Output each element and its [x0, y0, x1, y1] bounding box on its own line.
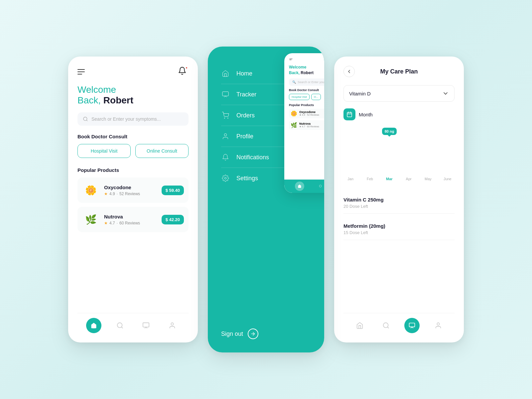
welcome-line1: Welcome — [77, 84, 189, 95]
svg-point-19 — [437, 323, 439, 325]
profile-menu-icon — [221, 132, 230, 141]
medication-item-2: Metformin (20mg) 15 Dose Left — [343, 218, 455, 240]
svg-rect-2 — [143, 323, 149, 327]
welcome-line2: Back, Robert — [77, 95, 189, 106]
search-bar[interactable]: Search or Enter your symptoms... — [77, 112, 189, 126]
home-menu-label: Home — [236, 70, 252, 77]
nested-consult-buttons: Hospital Visit O... — [289, 94, 324, 100]
chart-bar-feb — [363, 159, 377, 174]
vitamin-label: Vitamin D — [349, 91, 371, 96]
vitamin-dropdown[interactable]: Vitamin D — [343, 85, 455, 102]
month-selector: Month — [343, 108, 455, 120]
calendar-icon — [346, 111, 352, 117]
tracker-menu-label: Tracker — [236, 91, 256, 98]
svg-point-17 — [383, 323, 388, 328]
bell-icon[interactable] — [178, 66, 189, 77]
sign-out-label: Sign out — [221, 331, 243, 337]
nested-search-icon — [319, 185, 322, 188]
home-nav-right-icon — [356, 322, 363, 329]
svg-rect-13 — [347, 112, 352, 117]
hamburger-nested-icon — [289, 58, 293, 62]
popular-products-title: Popular Products — [77, 167, 189, 173]
arrow-right-icon — [250, 331, 256, 336]
left-bottom-nav — [77, 313, 189, 336]
chart-label-mar: Mar — [382, 177, 396, 181]
right-nav-tracker-button[interactable] — [404, 318, 420, 333]
care-plan-title: My Care Plan — [360, 68, 438, 75]
home-icon — [90, 322, 97, 329]
price-badge: $ 59.40 — [162, 186, 184, 195]
right-phone-card: My Care Plan Vitamin D Month — [334, 57, 464, 342]
search-nav-icon — [116, 322, 124, 329]
calendar-button[interactable] — [343, 108, 355, 120]
nav-search-button[interactable] — [112, 318, 128, 333]
chart-label-jan: Jan — [343, 177, 357, 181]
tracker-nav-icon — [142, 322, 150, 329]
svg-point-6 — [319, 185, 322, 187]
product-info: Nutrova ★ 4.7 · 60 Reviews — [104, 214, 157, 225]
search-icon — [83, 116, 88, 122]
star-icon: ★ — [104, 192, 108, 196]
notifications-menu-label: Notifications — [236, 154, 269, 161]
product-card[interactable]: 🌿 Nutrova ★ 4.7 · 60 Reviews $ 42.20 — [77, 207, 189, 232]
screens-container: Welcome Back, Robert Search or Enter you… — [33, 47, 499, 352]
price-badge: $ 42.20 — [162, 215, 184, 224]
medication-dose: 15 Dose Left — [343, 230, 455, 235]
notification-dot — [185, 66, 188, 69]
svg-point-3 — [171, 323, 173, 325]
sign-out-area[interactable]: Sign out — [208, 322, 324, 352]
nav-profile-button[interactable] — [165, 318, 180, 333]
product-info: Oxycodone ★ 4.9 · 52 Reviews — [104, 185, 157, 196]
chart-label-feb: Feb — [363, 177, 377, 181]
consult-buttons: Hospital Visit Online Consult — [77, 144, 189, 158]
back-button[interactable] — [343, 66, 355, 77]
settings-menu-icon — [221, 174, 230, 183]
tracker-nav-right-icon — [409, 322, 415, 329]
svg-rect-8 — [222, 92, 228, 96]
nested-home-icon — [298, 184, 302, 188]
online-consult-button[interactable]: Online Consult — [135, 144, 189, 158]
month-label: Month — [359, 112, 373, 117]
chart-bar-june — [441, 165, 455, 174]
chart-bar-mar: 80 ng — [382, 128, 397, 174]
right-nav-profile-button[interactable] — [431, 318, 446, 333]
sign-out-icon — [248, 329, 258, 339]
orders-menu-icon — [221, 111, 230, 120]
hospital-visit-button[interactable]: Hospital Visit — [77, 144, 131, 158]
product-card[interactable]: 🌼 Oxycodone ★ 4.9 · 52 Reviews $ 59.40 — [77, 178, 189, 203]
svg-point-11 — [224, 134, 226, 136]
nested-phone-preview: WelcomeBack, Robert 🔍Search or Enter you… — [284, 53, 324, 193]
nav-home-button[interactable] — [86, 318, 101, 333]
nav-tracker-button[interactable] — [138, 318, 154, 333]
chart-bar-may — [421, 160, 435, 174]
svg-point-12 — [224, 177, 226, 179]
chart-bars: 80 ng — [343, 130, 455, 174]
chevron-down-icon — [442, 90, 449, 97]
profile-nav-icon — [169, 322, 176, 329]
nested-hospital-btn: Hospital Visit — [289, 94, 310, 100]
nested-popular-title: Popular Products — [289, 103, 324, 107]
product-name: Oxycodone — [104, 185, 157, 190]
nested-search-bar: 🔍Search or Enter your sym... — [289, 78, 324, 86]
medication-dose: 20 Dose Left — [343, 204, 455, 209]
hamburger-icon[interactable] — [77, 69, 85, 74]
left-phone-card: Welcome Back, Robert Search or Enter you… — [68, 57, 198, 342]
svg-point-9 — [224, 118, 225, 118]
right-nav-search-button[interactable] — [378, 318, 394, 333]
nested-product-2: 🌿 Nutrova ★ 4.7 · 60 Reviews — [289, 120, 324, 130]
product-image: 🌼 — [82, 182, 99, 199]
chart-tooltip: 80 ng — [382, 128, 397, 135]
notifications-menu-icon — [221, 153, 230, 162]
right-nav-home-button[interactable] — [352, 318, 367, 333]
nested-welcome-text: WelcomeBack, Robert — [289, 65, 324, 76]
search-nav-right-icon — [382, 322, 390, 329]
svg-rect-18 — [409, 323, 415, 327]
product-rating: ★ 4.9 · 52 Reviews — [104, 192, 157, 196]
product-rating: ★ 4.7 · 60 Reviews — [104, 221, 157, 225]
product-name: Nutrova — [104, 214, 157, 219]
left-header — [77, 66, 189, 77]
profile-nav-right-icon — [435, 322, 442, 329]
chart-bar-apr — [402, 154, 416, 174]
svg-point-1 — [117, 323, 122, 328]
chart-label-apr: Apr — [402, 177, 416, 181]
